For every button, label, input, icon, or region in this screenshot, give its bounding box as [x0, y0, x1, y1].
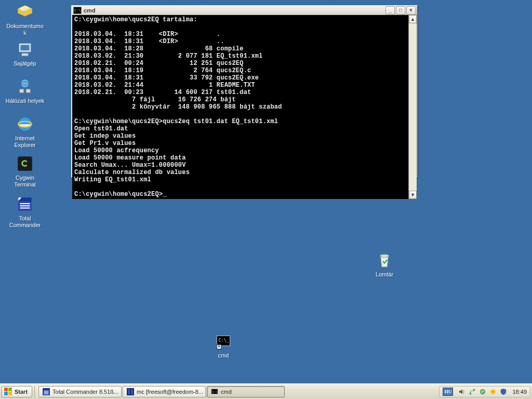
scroll-up-button[interactable]: ▲ — [409, 15, 417, 23]
tray-shield-icon[interactable] — [500, 388, 507, 395]
taskbar-clock[interactable]: 18:49 — [510, 389, 527, 395]
svg-point-3 — [21, 79, 29, 87]
taskbar: Start Total Commander 8.51ß...mc [freeso… — [0, 383, 532, 399]
svg-rect-21 — [43, 388, 50, 390]
desktop-icon-label: Hálózati helyek — [6, 98, 45, 104]
svg-rect-12 — [20, 203, 30, 204]
cmd-body: C:\cygwin\home\qucs2EQ tartalma: 2018.03… — [72, 15, 417, 199]
desktop-icon-label: Cygwin Terminal — [5, 175, 45, 188]
tray-network-icon[interactable] — [469, 388, 476, 395]
ie-icon — [16, 115, 34, 133]
system-tray[interactable]: HU 18:49 — [439, 386, 530, 397]
start-button[interactable]: Start — [2, 386, 32, 397]
start-label: Start — [15, 389, 28, 395]
taskbar-item-label: cmd — [221, 389, 232, 395]
language-indicator[interactable]: HU — [443, 388, 453, 396]
desktop-icon-network[interactable]: Hálózati helyek — [5, 78, 45, 104]
tray-updates-icon[interactable] — [489, 388, 497, 395]
cmd-shortcut-icon: C:\_ — [215, 332, 232, 350]
desktop-icon-cmd-shortcut[interactable]: C:\_cmd — [204, 332, 243, 359]
scroll-track[interactable] — [409, 23, 417, 191]
cmd-title-text: cmd — [84, 7, 385, 14]
svg-rect-14 — [20, 207, 30, 208]
svg-text:C:\_: C:\_ — [218, 338, 229, 343]
tray-safely-remove-icon[interactable] — [479, 388, 486, 395]
maximize-button[interactable]: □ — [396, 6, 405, 15]
desktop-icon-recycle[interactable]: Lomtár — [365, 251, 404, 278]
svg-point-19 — [380, 255, 389, 257]
svg-rect-9 — [18, 156, 32, 171]
svg-rect-2 — [22, 53, 29, 56]
minimize-button[interactable]: _ — [385, 6, 395, 15]
network-icon — [16, 78, 34, 96]
desktop-icon-ie[interactable]: Internet Explorer — [5, 115, 45, 149]
desktop-icon-cygwin[interactable]: Cygwin Terminal — [5, 155, 45, 188]
desktop-icon-documents[interactable]: Dokumentumok — [5, 3, 45, 36]
desktop-icon-label: Total Commander — [5, 215, 45, 229]
svg-rect-6 — [26, 89, 31, 92]
taskbar-item-label: Total Commander 8.51ß... — [52, 389, 118, 395]
tray-speaker-icon[interactable] — [458, 388, 466, 395]
svg-rect-5 — [19, 89, 24, 92]
mycomputer-icon — [16, 41, 34, 58]
desktop-icon-label: Lomtár — [376, 271, 393, 278]
taskbar-item-mc[interactable]: mc [freesoft@freedom-8... — [123, 386, 206, 397]
svg-rect-24 — [44, 393, 49, 394]
taskbar-item-tc[interactable]: Total Commander 8.51ß... — [38, 386, 122, 397]
tc-task-icon — [42, 388, 50, 395]
svg-rect-22 — [44, 391, 49, 391]
desktop-icon-mycomputer[interactable]: Sajátgép — [5, 41, 45, 67]
desktop-icon-label: Internet Explorer — [5, 135, 45, 149]
cmd-titlebar[interactable]: cmd _ □ × — [72, 6, 417, 15]
svg-rect-1 — [21, 45, 30, 51]
cmd-task-icon: C:\ — [210, 388, 219, 395]
desktop-icon-totalcmd[interactable]: Total Commander — [5, 195, 45, 229]
totalcmd-icon — [16, 195, 34, 213]
svg-rect-27 — [131, 389, 133, 394]
cmd-output[interactable]: C:\cygwin\home\qucs2EQ tartalma: 2018.03… — [72, 15, 408, 199]
svg-text:C:\: C:\ — [212, 390, 217, 393]
svg-point-34 — [493, 391, 495, 393]
taskbar-items: Total Commander 8.51ß...mc [freesoft@fre… — [38, 386, 286, 397]
taskbar-item-label: mc [freesoft@freedom-8... — [137, 389, 203, 395]
cmd-scrollbar[interactable]: ▲ ▼ — [408, 15, 417, 199]
cmd-title-icon — [73, 7, 82, 14]
scroll-down-button[interactable]: ▼ — [409, 191, 417, 199]
svg-rect-23 — [44, 392, 49, 392]
svg-rect-26 — [128, 389, 130, 394]
close-button[interactable]: × — [406, 6, 416, 15]
taskbar-separator — [34, 386, 37, 397]
cmd-window: cmd _ □ × C:\cygwin\home\qucs2EQ tartalm… — [71, 5, 418, 178]
documents-icon — [16, 3, 34, 21]
taskbar-item-cmd[interactable]: C:\cmd — [207, 386, 285, 397]
recycle-icon — [376, 251, 393, 269]
windows-flag-icon — [4, 388, 12, 396]
svg-rect-13 — [20, 205, 30, 206]
mc-task-icon — [126, 388, 135, 395]
svg-rect-30 — [470, 392, 472, 394]
cygwin-icon — [16, 155, 34, 172]
desktop-icon-label: Dokumentumok — [5, 23, 45, 36]
svg-rect-31 — [473, 389, 475, 391]
svg-marker-18 — [217, 344, 221, 349]
desktop-icon-label: cmd — [218, 352, 229, 359]
desktop-icon-label: Sajátgép — [14, 60, 36, 67]
